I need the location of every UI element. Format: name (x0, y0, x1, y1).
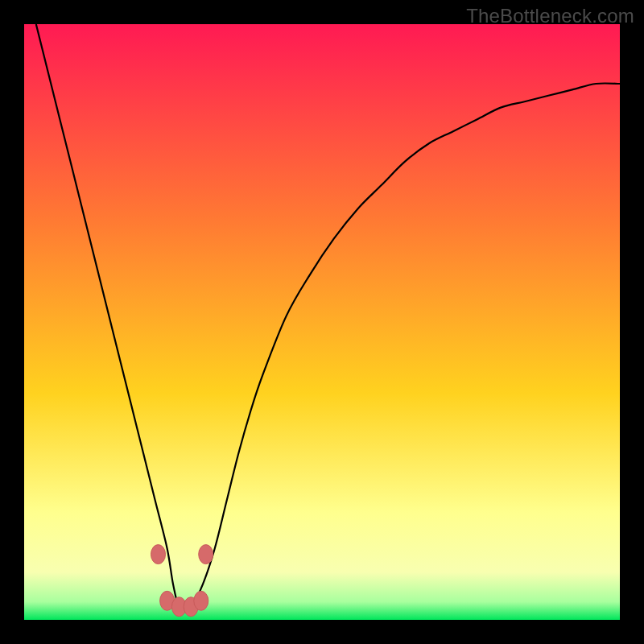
curve-marker (194, 591, 208, 610)
plot-area (24, 24, 620, 620)
curve-marker (151, 545, 166, 564)
curve-marker (199, 545, 213, 564)
chart-frame: TheBottleneck.com (0, 0, 644, 644)
gradient-background (24, 24, 620, 620)
bottleneck-chart (24, 24, 620, 620)
